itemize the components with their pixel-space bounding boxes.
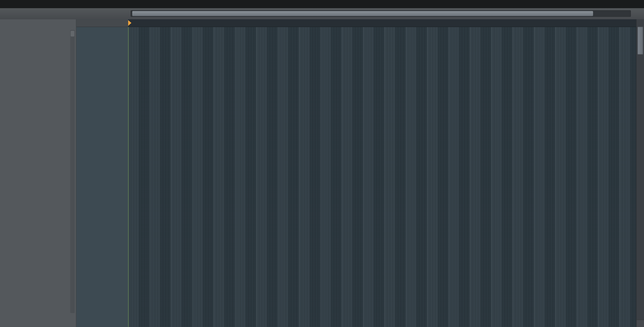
scroll-down-arrow[interactable] xyxy=(636,313,644,320)
playhead-line xyxy=(128,27,128,327)
picker-tabs xyxy=(9,20,64,27)
picker-scrollbar-thumb[interactable] xyxy=(71,31,74,37)
fl-studio-playlist-window xyxy=(0,0,644,327)
vertical-scrollbar-thumb[interactable] xyxy=(638,26,643,54)
playlist-corner xyxy=(76,19,128,27)
playlist-toolbar xyxy=(0,8,644,20)
pattern-list xyxy=(6,30,67,313)
pattern-picker-panel xyxy=(0,19,76,327)
horizontal-scrollbar[interactable] xyxy=(130,10,631,17)
track-rows xyxy=(76,27,636,327)
vertical-scrollbar[interactable] xyxy=(636,19,644,327)
horizontal-scrollbar-thumb[interactable] xyxy=(132,11,593,16)
scrollbar-corner xyxy=(636,320,644,327)
timeline-ruler[interactable] xyxy=(128,19,636,27)
titlebar xyxy=(0,0,644,8)
playlist-area xyxy=(76,19,636,327)
playback-start-marker[interactable] xyxy=(128,20,132,26)
scroll-up-arrow[interactable] xyxy=(636,19,644,26)
picker-scrollbar[interactable] xyxy=(70,30,75,313)
